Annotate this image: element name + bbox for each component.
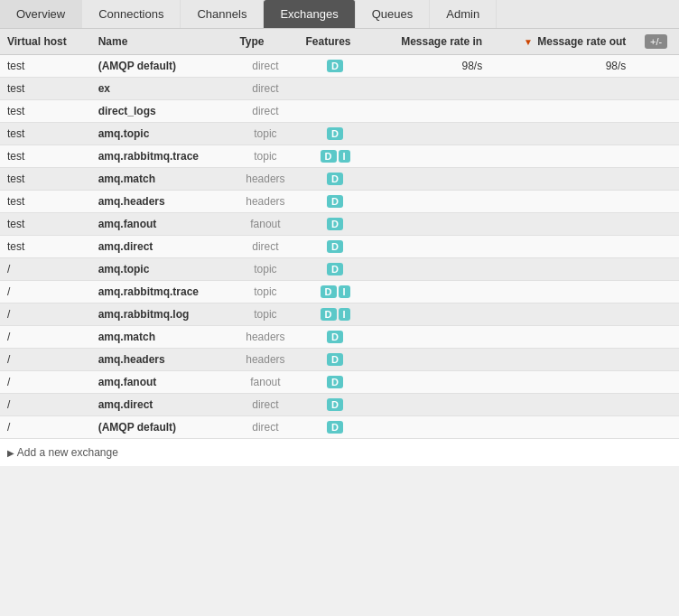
table-row: /amq.rabbitmq.tracetopicDI	[0, 281, 679, 303]
cell-vhost: /	[0, 349, 91, 371]
cell-features: D	[298, 55, 371, 78]
cell-vhost: /	[0, 416, 91, 439]
cell-type: direct	[232, 55, 298, 78]
col-features: Features	[298, 29, 371, 55]
cell-vhost: test	[0, 213, 91, 236]
cell-rate-out	[489, 78, 633, 100]
cell-rate-out	[489, 281, 633, 303]
feature-badge: D	[327, 376, 343, 388]
cell-name: amq.direct	[91, 394, 233, 416]
message-rate-in-label: Message rate in	[401, 35, 482, 48]
cell-plus-minus	[633, 55, 679, 78]
cell-rate-out	[489, 191, 633, 213]
cell-rate-out	[489, 258, 633, 281]
cell-rate-out	[489, 303, 633, 326]
cell-plus-minus	[633, 371, 679, 394]
table-row: /amq.matchheadersD	[0, 326, 679, 349]
cell-features: D	[298, 123, 371, 145]
table-row: /amq.fanoutfanoutD	[0, 371, 679, 394]
cell-type: headers	[232, 168, 298, 191]
cell-rate-in	[372, 281, 490, 303]
feature-badge: I	[339, 308, 350, 321]
cell-vhost: /	[0, 394, 91, 416]
cell-vhost: /	[0, 371, 91, 394]
cell-rate-out	[489, 326, 633, 349]
cell-features: DI	[298, 303, 371, 326]
cell-rate-in	[372, 78, 490, 100]
cell-features: D	[298, 213, 371, 236]
cell-plus-minus	[633, 258, 679, 281]
cell-name: amq.headers	[91, 349, 233, 371]
cell-type: headers	[232, 191, 298, 213]
table-row: testamq.headersheadersD	[0, 191, 679, 213]
cell-plus-minus	[633, 100, 679, 123]
cell-vhost: test	[0, 78, 91, 100]
table-row: /amq.topictopicD	[0, 258, 679, 281]
cell-plus-minus	[633, 168, 679, 191]
feature-badge: D	[321, 150, 337, 163]
cell-name: (AMQP default)	[91, 55, 233, 78]
nav-item-queues[interactable]: Queues	[356, 0, 431, 28]
table-row: testamq.directdirectD	[0, 236, 679, 258]
feature-badge: D	[327, 127, 343, 140]
cell-name: amq.rabbitmq.trace	[91, 145, 233, 168]
cell-name: amq.fanout	[91, 213, 233, 236]
cell-type: direct	[232, 78, 298, 100]
col-rate-out[interactable]: ▼ Message rate out	[489, 29, 633, 55]
cell-type: fanout	[232, 371, 298, 394]
cell-vhost: /	[0, 258, 91, 281]
col-plus-minus: +/-	[633, 29, 679, 55]
cell-features	[298, 100, 371, 123]
col-name: Name	[91, 29, 233, 55]
cell-vhost: test	[0, 236, 91, 258]
nav-item-admin[interactable]: Admin	[430, 0, 497, 28]
cell-features: DI	[298, 145, 371, 168]
cell-rate-in	[372, 168, 490, 191]
cell-vhost: /	[0, 303, 91, 326]
table-row: /amq.directdirectD	[0, 394, 679, 416]
cell-rate-in	[372, 349, 490, 371]
cell-rate-out	[489, 349, 633, 371]
add-exchange-link[interactable]: Add a new exchange	[7, 446, 118, 459]
table-row: /amq.headersheadersD	[0, 349, 679, 371]
main-nav: OverviewConnectionsChannelsExchangesQueu…	[0, 0, 679, 29]
nav-item-connections[interactable]: Connections	[82, 0, 181, 28]
cell-type: headers	[232, 349, 298, 371]
cell-name: (AMQP default)	[91, 416, 233, 439]
cell-rate-out	[489, 100, 633, 123]
cell-name: direct_logs	[91, 100, 233, 123]
cell-rate-out	[489, 123, 633, 145]
cell-type: topic	[232, 258, 298, 281]
cell-vhost: test	[0, 100, 91, 123]
feature-badge: I	[339, 285, 350, 298]
cell-features: D	[298, 394, 371, 416]
feature-badge: D	[327, 421, 343, 434]
feature-badge: D	[321, 308, 337, 321]
cell-rate-out	[489, 416, 633, 439]
cell-plus-minus	[633, 326, 679, 349]
cell-features: D	[298, 326, 371, 349]
col-rate-in[interactable]: Message rate in	[372, 29, 490, 55]
cell-features: DI	[298, 281, 371, 303]
nav-item-overview[interactable]: Overview	[0, 0, 82, 28]
nav-item-channels[interactable]: Channels	[181, 0, 264, 28]
cell-type: direct	[232, 394, 298, 416]
table-row: /(AMQP default)directD	[0, 416, 679, 439]
table-row: /amq.rabbitmq.logtopicDI	[0, 303, 679, 326]
cell-features: D	[298, 371, 371, 394]
cell-name: amq.match	[91, 168, 233, 191]
cell-rate-in	[372, 236, 490, 258]
nav-item-exchanges[interactable]: Exchanges	[264, 0, 355, 28]
exchanges-table: Virtual host Name Type Features Message …	[0, 29, 679, 439]
feature-badge: D	[327, 173, 343, 185]
feature-badge: D	[327, 398, 343, 411]
cell-vhost: test	[0, 55, 91, 78]
plus-minus-button[interactable]: +/-	[645, 34, 667, 49]
cell-type: topic	[232, 303, 298, 326]
table-row: testamq.topictopicD	[0, 123, 679, 145]
cell-rate-out	[489, 213, 633, 236]
cell-rate-in: 98/s	[372, 55, 490, 78]
cell-vhost: /	[0, 326, 91, 349]
cell-vhost: test	[0, 123, 91, 145]
cell-rate-in	[372, 371, 490, 394]
